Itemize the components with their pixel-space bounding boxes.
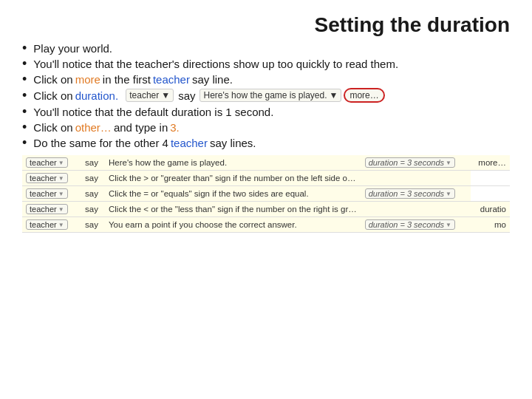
bullet-1-text: Play your world.: [33, 42, 112, 55]
inline-teacher-label: teacher: [129, 90, 159, 100]
bullet-7-post: say lines.: [210, 137, 256, 149]
table-text-cell: Click the < or the "less than" sign if t…: [105, 202, 361, 217]
inline-teacher-pill[interactable]: teacher ▼: [126, 89, 174, 102]
table-duration-cell-empty: [361, 202, 471, 217]
bullet-3-more: more: [75, 73, 100, 86]
table-row: teacher▼sayClick the > or "greater than"…: [22, 171, 510, 186]
inline-more-button[interactable]: more…: [344, 88, 384, 103]
bullet-3-pre: Click on: [33, 73, 72, 86]
table-more-cell: duratio: [471, 202, 510, 217]
duration-pill[interactable]: duration = 3 seconds▼: [365, 219, 455, 230]
inline-text-pill[interactable]: Here's how the game is played. ▼: [200, 89, 341, 102]
teacher-pill-arrow: ▼: [58, 191, 64, 197]
table-duration-cell-empty: [361, 171, 471, 186]
bullet-3: Click on more in the first teacher say l…: [22, 72, 510, 86]
bullet-6-pre: Click on: [33, 121, 72, 134]
scratch-table: teacher▼sayHere's how the game is played…: [22, 155, 510, 233]
table-say-cell: say: [81, 202, 105, 217]
bullet-7: Do the same for the other 4 teacher say …: [22, 136, 510, 149]
table-row: teacher▼sayHere's how the game is played…: [22, 155, 510, 171]
bullet-3-mid: in the first: [103, 73, 151, 86]
duration-pill-label: duration = 3 seconds: [369, 158, 444, 167]
duration-pill-label: duration = 3 seconds: [369, 220, 444, 229]
table-say-cell: say: [81, 217, 105, 233]
bullet-6-mid: and type in: [114, 121, 168, 134]
duration-pill-arrow: ▼: [446, 160, 451, 166]
teacher-pill-label: teacher: [30, 158, 57, 167]
bullet-1: Play your world.: [22, 41, 510, 55]
table-row: teacher▼sayClick the = or "equals" sign …: [22, 186, 510, 202]
teacher-pill-arrow: ▼: [58, 206, 64, 213]
page-title: Setting the duration: [155, 13, 510, 37]
table-text-cell: Here's how the game is played.: [105, 155, 361, 171]
teacher-pill-label: teacher: [30, 205, 57, 214]
table-teacher-cell: teacher▼: [22, 171, 81, 186]
table-text-cell: Click the = or "equals" sign if the two …: [105, 186, 361, 202]
table-duration-cell: duration = 3 seconds▼: [361, 217, 471, 233]
teacher-pill[interactable]: teacher▼: [26, 188, 68, 199]
bullet-3-say: say line.: [192, 73, 233, 86]
teacher-pill-label: teacher: [30, 189, 57, 198]
table-say-cell: say: [81, 155, 105, 171]
table-text-cell: Click the > or "greater than" sign if th…: [105, 171, 361, 186]
main-container: Setting the duration Play your world. Yo…: [0, 0, 532, 399]
bullet-2-text: You'll notice that the teacher's directi…: [33, 58, 398, 70]
table-teacher-cell: teacher▼: [22, 217, 81, 233]
duration-pill-label: duration = 3 seconds: [369, 189, 444, 198]
inline-text-content: Here's how the game is played.: [203, 90, 327, 100]
teacher-pill[interactable]: teacher▼: [26, 204, 68, 214]
inline-say-label: say: [178, 89, 195, 102]
teacher-pill[interactable]: teacher▼: [26, 173, 68, 183]
table-duration-cell: duration = 3 seconds▼: [361, 155, 471, 171]
bullet-6-other: other…: [75, 121, 112, 134]
table-text-cell: You earn a point if you choose the corre…: [105, 217, 361, 233]
bullet-4: Click on duration. teacher ▼ say Here's …: [22, 88, 510, 103]
bullet-5: You'll notice that the default duration …: [22, 105, 510, 118]
table-say-cell: say: [81, 186, 105, 202]
duration-pill[interactable]: duration = 3 seconds▼: [365, 188, 455, 199]
bullet-7-pre: Do the same for the other 4: [33, 137, 168, 149]
table-teacher-cell: teacher▼: [22, 155, 81, 171]
inline-teacher-arrow: ▼: [161, 90, 170, 100]
table-duration-cell: duration = 3 seconds▼: [361, 186, 471, 202]
bullet-list: Play your world. You'll notice that the …: [22, 41, 510, 149]
duration-pill[interactable]: duration = 3 seconds▼: [365, 157, 455, 168]
teacher-pill[interactable]: teacher▼: [26, 157, 68, 168]
table-row: teacher▼sayYou earn a point if you choos…: [22, 217, 510, 233]
bullet-4-pre: Click on: [33, 89, 72, 102]
bullet-6-three: 3.: [170, 121, 180, 134]
teacher-pill[interactable]: teacher▼: [26, 219, 68, 230]
bullet-6: Click on other… and type in 3.: [22, 120, 510, 134]
duration-pill-arrow: ▼: [446, 222, 451, 228]
bullet-4-duration: duration.: [75, 89, 118, 102]
table-more-cell: more…: [471, 155, 510, 171]
teacher-pill-arrow: ▼: [58, 160, 64, 166]
bullet-3-teacher: teacher: [153, 73, 190, 86]
bullet-2: You'll notice that the teacher's directi…: [22, 57, 510, 70]
table-row: teacher▼sayClick the < or the "less than…: [22, 202, 510, 217]
teacher-pill-arrow: ▼: [58, 175, 64, 182]
table-teacher-cell: teacher▼: [22, 202, 81, 217]
table-teacher-cell: teacher▼: [22, 186, 81, 202]
duration-pill-arrow: ▼: [446, 191, 451, 197]
bullet-5-text: You'll notice that the default duration …: [33, 106, 273, 118]
inline-text-arrow: ▼: [330, 90, 338, 100]
teacher-pill-label: teacher: [30, 220, 57, 229]
teacher-pill-label: teacher: [30, 174, 57, 183]
table-more-cell: mo: [471, 217, 510, 233]
teacher-pill-arrow: ▼: [58, 222, 64, 228]
table-say-cell: say: [81, 171, 105, 186]
bullet-7-teacher: teacher: [171, 137, 208, 149]
